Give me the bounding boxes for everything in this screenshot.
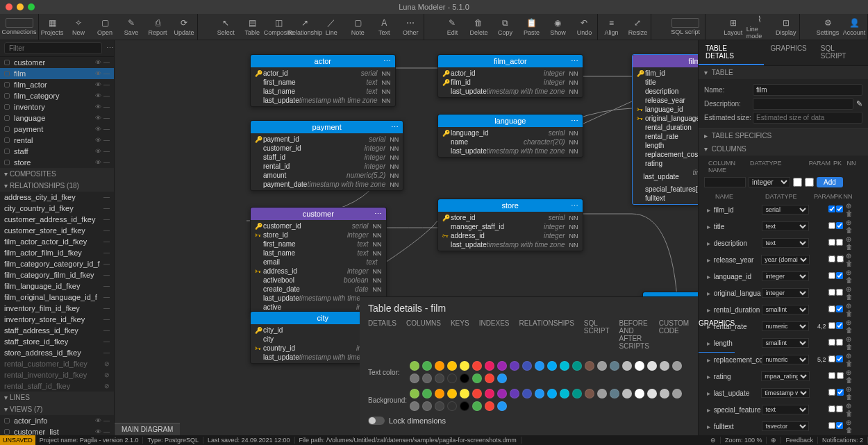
- column-row[interactable]: ▸special_featuretext⊕ 🗑: [704, 401, 862, 418]
- table-language[interactable]: language⋯🔑language_idserialNNnamecharact…: [437, 114, 583, 158]
- detail-tab[interactable]: SQL SCRIPT: [584, 319, 610, 353]
- color-swatch[interactable]: [485, 401, 494, 411]
- color-swatch[interactable]: [622, 361, 632, 371]
- edit-desc-icon[interactable]: ✎: [856, 99, 862, 108]
- settings-button[interactable]: ⚙Settings: [815, 14, 841, 40]
- cols-section-header[interactable]: COLUMNS: [699, 142, 868, 156]
- sidebar-table-inventory[interactable]: inventory👁 —: [0, 101, 114, 112]
- color-swatch[interactable]: [610, 389, 619, 398]
- color-swatch[interactable]: [422, 361, 432, 371]
- column-row[interactable]: ▸last_updatetimestamp with⊕ 🗑: [704, 385, 862, 401]
- tab-table-details[interactable]: TABLE DETAILS: [699, 40, 764, 65]
- diagram-tab[interactable]: MAIN DIAGRAM: [115, 423, 180, 435]
- table-film[interactable]: film⋯🔑film_idserialNNtitletextNNdescript…: [632, 54, 698, 205]
- color-swatch[interactable]: [485, 361, 494, 371]
- sidebar-table-language[interactable]: language👁 —: [0, 112, 114, 124]
- composites-header[interactable]: COMPOSITES: [0, 168, 114, 180]
- detail-tab[interactable]: KEYS: [451, 319, 469, 353]
- sidebar-rel[interactable]: staff_address_id_fkey—: [0, 325, 114, 336]
- table-store[interactable]: store⋯🔑store_idserialNNmanager_staff_idi…: [437, 199, 583, 251]
- table-tool[interactable]: ▤Table: [239, 14, 265, 40]
- relationships-header[interactable]: RELATIONSHIPS (18): [0, 180, 114, 192]
- sidebar-table-staff[interactable]: staff👁 —: [0, 146, 114, 157]
- sidebar-table-payment[interactable]: payment👁 —: [0, 124, 114, 135]
- column-row[interactable]: ▸fulltexttsvector⊕ 🗑: [704, 418, 862, 435]
- table-section-header[interactable]: TABLE: [699, 66, 868, 79]
- detail-tab[interactable]: GRAPHICS: [699, 319, 735, 353]
- layout-button[interactable]: ⊞Layout: [720, 14, 746, 40]
- save-button[interactable]: ✎Save: [118, 14, 144, 40]
- align-button[interactable]: ≡Align: [598, 14, 624, 40]
- edit-button[interactable]: ✎Edit: [439, 14, 465, 40]
- color-swatch[interactable]: [472, 373, 482, 383]
- paste-button[interactable]: 📋Paste: [518, 14, 544, 40]
- sidebar-rel[interactable]: address_city_id_fkey—: [0, 192, 114, 203]
- color-swatch[interactable]: [447, 389, 457, 398]
- add-column-button[interactable]: Add: [817, 177, 843, 187]
- color-swatch[interactable]: [547, 389, 557, 398]
- status-feedback[interactable]: Feedback: [781, 437, 818, 444]
- sidebar-rel[interactable]: film_language_id_fkey—: [0, 280, 114, 292]
- table-actor[interactable]: actor⋯🔑actor_idserialNNfirst_nametextNNl…: [250, 54, 396, 107]
- sidebar-table-film[interactable]: film👁 —: [0, 68, 114, 79]
- color-swatch[interactable]: [635, 361, 644, 371]
- color-swatch[interactable]: [497, 373, 507, 383]
- color-swatch[interactable]: [447, 361, 457, 371]
- column-row[interactable]: ▸original_languainteger⊕ 🗑: [704, 285, 862, 301]
- color-swatch[interactable]: [410, 401, 419, 411]
- projects-button[interactable]: ▦Projects: [39, 14, 65, 40]
- status-notif[interactable]: Notifications: 2: [818, 437, 868, 444]
- sidebar-rel[interactable]: customer_store_id_fkey—: [0, 225, 114, 236]
- undo-button[interactable]: ↶Undo: [571, 14, 597, 40]
- color-swatch[interactable]: [560, 389, 569, 398]
- sidebar-rel[interactable]: rental_customer_id_fkey⊘: [0, 358, 114, 369]
- color-swatch[interactable]: [497, 401, 507, 411]
- sidebar-rel[interactable]: store_address_id_fkey—: [0, 347, 114, 358]
- desc-input[interactable]: [753, 98, 853, 110]
- color-swatch[interactable]: [497, 361, 507, 371]
- tab-sqlscript[interactable]: SQL SCRIPT: [814, 40, 868, 65]
- newcol-type-select[interactable]: integer: [749, 177, 790, 187]
- line-tool[interactable]: ／Line: [318, 14, 344, 40]
- connections-button[interactable]: Connections: [0, 14, 38, 40]
- text-tool[interactable]: AText: [371, 14, 397, 40]
- newcol-nn-check[interactable]: [805, 177, 814, 187]
- color-swatch[interactable]: [460, 373, 469, 383]
- color-swatch[interactable]: [510, 389, 519, 398]
- detail-tab[interactable]: COLUMNS: [406, 319, 441, 353]
- color-swatch[interactable]: [597, 389, 607, 398]
- color-swatch[interactable]: [522, 389, 532, 398]
- color-swatch[interactable]: [572, 361, 582, 371]
- resize-button[interactable]: ⤢Resize: [624, 14, 651, 40]
- color-swatch[interactable]: [647, 389, 657, 398]
- new-button[interactable]: ✧New: [65, 14, 92, 40]
- detail-tab[interactable]: BEFORE AND AFTER SCRIPTS: [619, 319, 649, 353]
- color-swatch[interactable]: [422, 401, 432, 411]
- sidebar-rel[interactable]: film_actor_actor_id_fkey—: [0, 236, 114, 247]
- color-swatch[interactable]: [647, 361, 657, 371]
- sidebar-rel[interactable]: inventory_film_id_fkey—: [0, 303, 114, 314]
- sidebar-rel[interactable]: staff_store_id_fkey—: [0, 336, 114, 347]
- show-button[interactable]: ◉Show: [544, 14, 571, 40]
- color-swatch[interactable]: [485, 373, 494, 383]
- color-swatch[interactable]: [435, 389, 444, 398]
- color-swatch[interactable]: [472, 361, 482, 371]
- sidebar-view[interactable]: customer_list👁 —: [0, 426, 114, 435]
- color-swatch[interactable]: [585, 389, 594, 398]
- sidebar-rel[interactable]: film_category_film_id_fkey—: [0, 269, 114, 280]
- color-swatch[interactable]: [410, 361, 419, 371]
- minimize-window-icon[interactable]: [17, 3, 24, 10]
- color-swatch[interactable]: [660, 389, 669, 398]
- color-swatch[interactable]: [435, 401, 444, 411]
- linemode-button[interactable]: ⌇Line mode: [746, 14, 773, 40]
- column-row[interactable]: ▸replacement_conumeric5,2⊕ 🗑: [704, 351, 862, 368]
- column-row[interactable]: ▸film_idserial⊕ 🗑: [704, 201, 862, 218]
- relationship-tool[interactable]: ↗Relationship: [292, 14, 318, 40]
- color-swatch[interactable]: [435, 373, 444, 383]
- tspec-header[interactable]: TABLE SPECIFICS: [699, 129, 868, 142]
- sidebar-view[interactable]: actor_info👁 —: [0, 415, 114, 426]
- color-swatch[interactable]: [460, 401, 469, 411]
- open-button[interactable]: ▢Open: [92, 14, 118, 40]
- color-swatch[interactable]: [660, 361, 669, 371]
- color-swatch[interactable]: [410, 389, 419, 398]
